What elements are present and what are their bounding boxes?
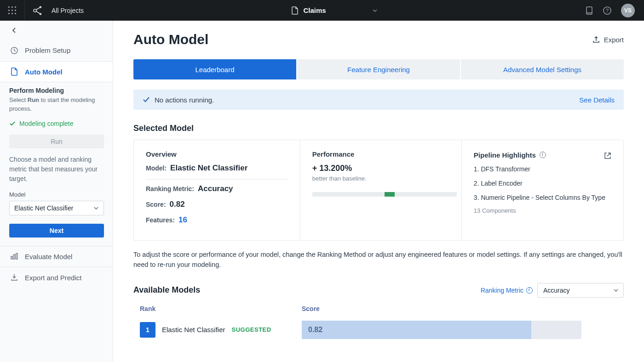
nav-evaluate-model[interactable]: Evaluate Model: [0, 246, 113, 267]
app-logo-icon[interactable]: [25, 5, 50, 16]
info-icon[interactable]: [526, 287, 533, 294]
model-select[interactable]: Elastic Net Classifier: [9, 201, 104, 215]
ranking-metric-label: Ranking Metric: [481, 287, 533, 294]
page-title: Auto Model: [133, 32, 208, 47]
nav-export-predict[interactable]: Export and Predict: [0, 267, 113, 288]
tab-advanced-settings[interactable]: Advanced Model Settings: [461, 59, 624, 79]
svg-line-1: [36, 7, 40, 10]
topbar: All Projects Claims ? VS: [0, 0, 644, 21]
modeling-status: Modeling complete: [0, 115, 113, 133]
model-select-value: Elastic Net Classifier: [14, 204, 73, 212]
nav-label: Evaluate Model: [25, 253, 72, 260]
svg-rect-11: [14, 255, 15, 259]
file-icon: [291, 6, 299, 15]
chart-icon: [10, 253, 18, 260]
svg-point-3: [40, 6, 42, 8]
svg-rect-10: [11, 256, 12, 259]
help-text: Choose a model and ranking metric that b…: [0, 155, 113, 184]
svg-rect-12: [16, 254, 17, 260]
check-icon: [143, 96, 150, 103]
help-icon[interactable]: ?: [603, 6, 612, 15]
app-switcher-icon[interactable]: [0, 0, 25, 21]
user-avatar[interactable]: VS: [621, 4, 635, 17]
chevron-down-icon: [93, 205, 99, 211]
document-name: Claims: [303, 6, 326, 14]
score-value: 0.82: [170, 200, 185, 209]
main-content: Auto Model Export Leaderboard Feature En…: [113, 21, 644, 362]
performance-sub: better than baseline.: [312, 175, 449, 182]
open-external-icon[interactable]: [604, 150, 611, 159]
chevron-left-icon: [12, 28, 17, 33]
chevron-down-icon: [372, 8, 378, 13]
export-button[interactable]: Export: [592, 35, 624, 44]
nav-problem-setup[interactable]: Problem Setup: [0, 40, 113, 61]
rank-chip: 1: [140, 322, 155, 338]
pipeline-count[interactable]: 13 Components: [474, 207, 611, 214]
notebook-icon[interactable]: [585, 6, 593, 15]
model-row[interactable]: 1 Elastic Net Classifier SUGGESTED 0.82: [133, 319, 624, 341]
model-value: Elastic Net Classifier: [170, 164, 247, 173]
chevron-down-icon: [613, 288, 619, 293]
pipeline-head: Pipeline Highlights: [474, 151, 536, 159]
performance-delta: + 13.200%: [312, 164, 449, 173]
check-icon: [9, 120, 16, 127]
selected-model-card: Overview Model:Elastic Net Classifier Ra…: [133, 140, 624, 241]
collapse-sidebar-button[interactable]: [0, 21, 113, 40]
ranking-metric-select[interactable]: Accuracy: [537, 283, 624, 298]
model-name: Elastic Net Classifier: [162, 326, 225, 334]
features-link[interactable]: 16: [178, 215, 187, 225]
nav-auto-model[interactable]: Auto Model: [0, 61, 113, 82]
nav-label: Auto Model: [25, 68, 63, 76]
svg-text:?: ?: [606, 8, 609, 13]
nav-label: Export and Predict: [25, 274, 81, 282]
tab-leaderboard[interactable]: Leaderboard: [133, 59, 296, 79]
pipeline-list: 1. DFS Transformer 2. Label Encoder 3. N…: [474, 162, 611, 204]
download-icon: [10, 273, 18, 282]
document-selector[interactable]: Claims: [273, 5, 396, 17]
breadcrumb-all-projects[interactable]: All Projects: [50, 7, 84, 14]
col-rank: Rank: [140, 305, 302, 312]
perform-modeling-title: Perform Modeling: [9, 87, 104, 94]
tab-feature-engineering[interactable]: Feature Engineering: [297, 59, 460, 79]
next-button[interactable]: Next: [9, 224, 104, 238]
notice-text: No actions running.: [155, 96, 214, 104]
overview-head: Overview: [146, 150, 288, 158]
ranking-metric-value: Accuracy: [198, 184, 233, 193]
models-table-header: Rank Score: [133, 305, 624, 319]
svg-point-0: [34, 9, 36, 12]
score-bar: 0.82: [302, 321, 617, 339]
performance-bar: [312, 192, 457, 197]
col-score: Score: [302, 305, 617, 312]
tabs: Leaderboard Feature Engineering Advanced…: [133, 59, 624, 79]
performance-head: Performance: [312, 150, 449, 158]
file-icon: [10, 68, 18, 76]
suggested-badge: SUGGESTED: [232, 326, 271, 333]
adjust-note: To adjust the score or performance of yo…: [133, 250, 624, 270]
notice-bar: No actions running. See Details: [133, 90, 624, 110]
svg-point-4: [40, 13, 42, 15]
model-field-label: Model: [0, 184, 113, 201]
available-models-title: Available Models: [133, 285, 200, 295]
sidebar: Problem Setup Auto Model Perform Modelin…: [0, 21, 113, 362]
selected-model-title: Selected Model: [133, 124, 624, 133]
see-details-link[interactable]: See Details: [579, 96, 615, 104]
upload-icon: [592, 35, 600, 44]
clock-icon: [10, 46, 18, 55]
perform-modeling-hint: Select Run to start the modeling process…: [9, 96, 104, 113]
info-icon[interactable]: [540, 152, 546, 158]
run-button[interactable]: Run: [9, 135, 104, 148]
nav-label: Problem Setup: [25, 46, 70, 54]
svg-line-2: [36, 11, 40, 14]
